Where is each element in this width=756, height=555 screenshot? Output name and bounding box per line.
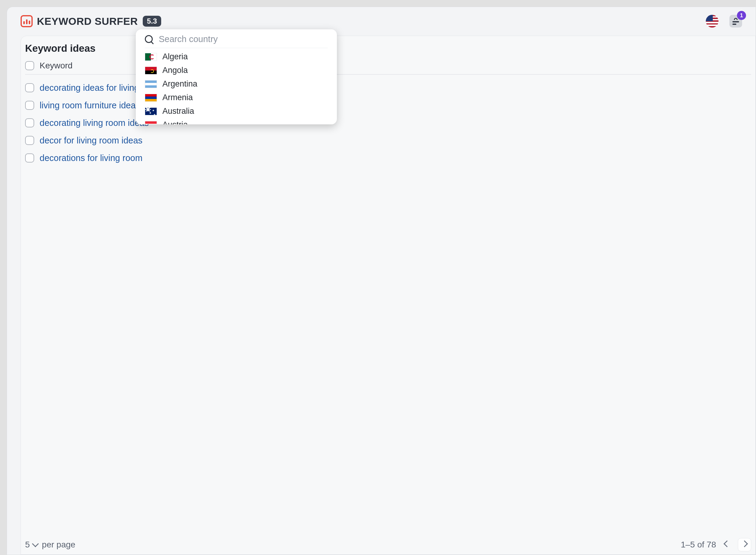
country-name: Armenia: [162, 93, 193, 102]
country-name: Algeria: [162, 52, 188, 61]
keyword-link[interactable]: decorating living room ideas: [40, 118, 149, 128]
country-option[interactable]: Austria: [145, 118, 328, 124]
row-checkbox[interactable]: [25, 118, 34, 127]
country-option[interactable]: Argentina: [145, 77, 328, 91]
surfer-logo-icon: [20, 15, 33, 27]
row-checkbox[interactable]: [25, 101, 34, 110]
search-icon: [145, 35, 153, 44]
flag-icon: [145, 67, 157, 75]
row-checkbox[interactable]: [25, 83, 34, 92]
row-checkbox[interactable]: [25, 154, 34, 163]
country-name: Australia: [162, 106, 194, 116]
column-keyword-label: Keyword: [40, 61, 73, 71]
country-list: AlgeriaAngolaArgentinaArmeniaAustraliaAu…: [145, 50, 328, 124]
version-badge: 5.3: [143, 16, 161, 27]
keyword-link[interactable]: living room furniture ideas: [40, 100, 140, 111]
country-option[interactable]: Algeria: [145, 50, 328, 63]
flag-icon: [145, 80, 157, 88]
table-row: decor for living room ideas: [25, 132, 378, 148]
country-option[interactable]: Australia: [145, 104, 328, 118]
header: KEYWORD SURFER 5.3 1: [7, 7, 378, 29]
flag-icon: [145, 94, 157, 102]
country-name: Angola: [162, 66, 188, 75]
country-search-input[interactable]: [159, 34, 328, 44]
country-search-row: [145, 34, 328, 48]
select-all-checkbox[interactable]: [25, 61, 34, 70]
country-name: Argentina: [162, 79, 197, 89]
keyword-link[interactable]: decor for living room ideas: [40, 136, 142, 145]
country-dropdown-popup: AlgeriaAngolaArgentinaArmeniaAustraliaAu…: [136, 29, 337, 124]
brand-name: KEYWORD SURFER: [37, 15, 138, 27]
country-name: Austria: [162, 120, 188, 124]
country-option[interactable]: Armenia: [145, 91, 328, 104]
flag-icon: [145, 53, 157, 61]
flag-icon: [145, 121, 157, 125]
row-checkbox[interactable]: [25, 136, 34, 145]
flag-icon: [145, 108, 157, 115]
table-row: decorations for living room: [25, 150, 378, 166]
country-option[interactable]: Angola: [145, 63, 328, 77]
keyword-link[interactable]: decorations for living room: [40, 153, 142, 163]
